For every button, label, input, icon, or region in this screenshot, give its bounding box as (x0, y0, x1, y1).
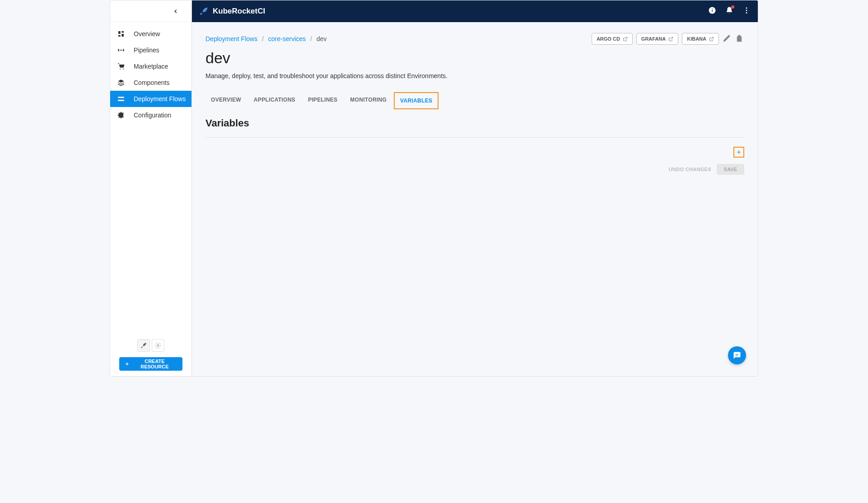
sidebar-nav: Overview Pipelines Marketplace Component… (110, 22, 191, 334)
tab-pipelines[interactable]: PIPELINES (303, 92, 343, 109)
tab-monitoring[interactable]: MONITORING (345, 92, 392, 109)
breadcrumb-current: dev (317, 35, 327, 42)
breadcrumb: Deployment Flows / core-services / dev (205, 35, 327, 42)
breadcrumb-link-1[interactable]: Deployment Flows (205, 35, 257, 42)
sidebar-item-pipelines[interactable]: Pipelines (110, 42, 191, 58)
argo-cd-link[interactable]: ARGO CD (592, 33, 633, 45)
page-description: Manage, deploy, test, and troubleshoot y… (205, 72, 744, 79)
dashboard-icon (117, 30, 125, 37)
external-link-icon (623, 37, 628, 42)
page-title: dev (205, 49, 744, 67)
sidebar: Overview Pipelines Marketplace Component… (110, 0, 192, 376)
svg-line-24 (711, 37, 714, 39)
rocket-icon (199, 7, 208, 16)
main-content: Deployment Flows / core-services / dev A… (192, 22, 758, 376)
svg-rect-3 (118, 35, 121, 37)
sidebar-collapse-button[interactable] (110, 0, 191, 22)
gear-icon (155, 342, 161, 349)
trash-icon (735, 34, 743, 42)
sidebar-item-overview[interactable]: Overview (110, 26, 191, 42)
breadcrumb-sep: / (310, 35, 312, 42)
notification-badge (731, 5, 734, 9)
brand[interactable]: KubeRocketCI (199, 7, 265, 16)
svg-point-13 (157, 345, 159, 346)
delete-button[interactable] (735, 34, 744, 43)
topbar: KubeRocketCI (192, 0, 758, 22)
svg-line-22 (625, 37, 627, 39)
tabs: OVERVIEW APPLICATIONS PIPELINES MONITORI… (205, 92, 744, 109)
svg-rect-2 (121, 34, 124, 37)
tab-applications[interactable]: APPLICATIONS (248, 92, 301, 109)
pipelines-icon (117, 47, 125, 54)
svg-rect-10 (118, 97, 124, 98)
section-title: Variables (205, 117, 744, 129)
rocket-icon (140, 342, 147, 349)
more-vertical-icon (742, 6, 751, 14)
plus-icon (125, 361, 130, 367)
brand-text: KubeRocketCI (213, 7, 265, 16)
sidebar-item-marketplace[interactable]: Marketplace (110, 58, 191, 75)
gear-icon (117, 112, 125, 119)
settings-toggle[interactable] (152, 339, 164, 352)
sidebar-item-label: Overview (134, 30, 160, 37)
create-label: CREATE RESOURCE (132, 359, 177, 369)
svg-point-18 (712, 9, 713, 9)
cart-icon (117, 63, 125, 70)
sidebar-item-components[interactable]: Components (110, 75, 191, 91)
edit-button[interactable] (723, 34, 732, 43)
svg-rect-4 (118, 49, 119, 51)
sidebar-item-label: Pipelines (134, 47, 159, 54)
tab-overview[interactable]: OVERVIEW (205, 92, 247, 109)
sidebar-item-label: Components (134, 79, 169, 86)
chevron-left-icon (173, 8, 179, 14)
svg-point-21 (746, 12, 747, 14)
svg-rect-5 (123, 49, 124, 51)
svg-point-19 (746, 7, 747, 9)
more-menu-button[interactable] (742, 6, 751, 16)
external-link-icon (668, 37, 673, 42)
plus-icon (736, 149, 742, 155)
info-icon (708, 6, 716, 14)
svg-rect-0 (118, 31, 121, 34)
info-button[interactable] (708, 6, 716, 16)
chat-fab[interactable] (728, 346, 746, 364)
svg-point-7 (120, 69, 121, 70)
pencil-icon (723, 34, 731, 42)
flows-icon (117, 95, 125, 102)
rocket-toggle[interactable] (137, 339, 150, 352)
breadcrumb-sep: / (262, 35, 264, 42)
sidebar-item-label: Configuration (134, 112, 171, 119)
kibana-link[interactable]: KIBANA (682, 33, 719, 45)
grafana-link[interactable]: GRAFANA (636, 33, 678, 45)
sidebar-item-configuration[interactable]: Configuration (110, 107, 191, 123)
tab-variables[interactable]: VARIABLES (394, 92, 439, 109)
svg-marker-9 (118, 79, 124, 83)
link-label: ARGO CD (597, 36, 620, 42)
create-resource-button[interactable]: CREATE RESOURCE (119, 357, 182, 371)
link-label: GRAFANA (641, 36, 666, 42)
notifications-button[interactable] (725, 6, 733, 16)
chat-icon (733, 351, 742, 360)
link-label: KIBANA (687, 36, 706, 42)
divider (205, 137, 744, 138)
sidebar-item-deployment-flows[interactable]: Deployment Flows (110, 91, 191, 107)
breadcrumb-link-2[interactable]: core-services (268, 35, 306, 42)
svg-rect-11 (118, 100, 124, 101)
svg-line-23 (671, 37, 673, 39)
svg-rect-1 (121, 31, 124, 33)
svg-point-20 (746, 10, 747, 11)
sidebar-footer: CREATE RESOURCE (110, 334, 191, 376)
layers-icon (117, 79, 125, 86)
save-button[interactable]: SAVE (717, 164, 744, 175)
undo-changes-button[interactable]: UNDO CHANGES (669, 167, 711, 172)
svg-rect-6 (120, 50, 123, 50)
sidebar-item-label: Deployment Flows (134, 95, 186, 102)
add-variable-button[interactable] (733, 147, 744, 158)
sidebar-item-label: Marketplace (134, 63, 168, 70)
svg-point-8 (123, 69, 124, 70)
external-link-icon (709, 37, 714, 42)
